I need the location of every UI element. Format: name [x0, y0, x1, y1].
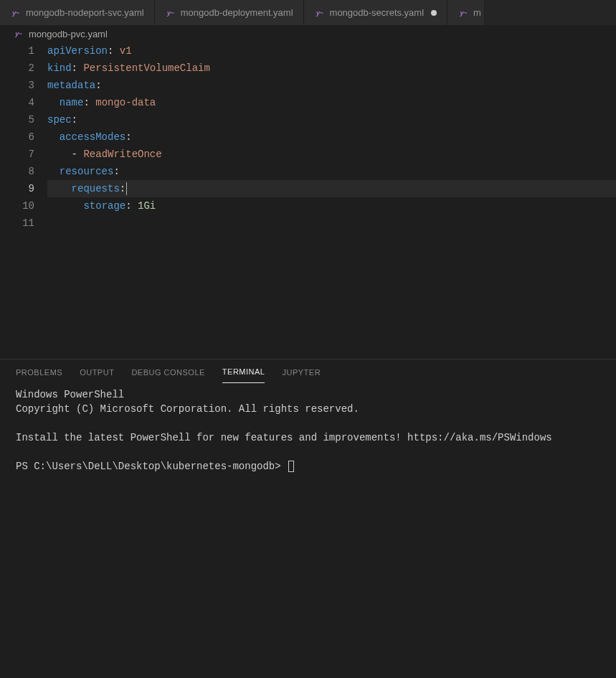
panel-tab-terminal[interactable]: TERMINAL [222, 361, 265, 383]
line-number: 5 [0, 111, 34, 128]
yaml-icon: y~ [13, 29, 24, 38]
tab-label: mongodb-secrets.yaml [330, 7, 425, 18]
editor-tab-bar: y~ mongodb-nodeport-svc.yaml y~ mongodb-… [0, 0, 616, 25]
editor-tab[interactable]: y~ mongodb-deployment.yaml [155, 0, 304, 25]
line-number: 8 [0, 163, 34, 180]
editor-tab[interactable]: y~ m [447, 0, 485, 25]
code-editor[interactable]: 1 2 3 4 5 6 7 8 9 10 11 apiVersion: v1 k… [0, 42, 616, 232]
line-number: 4 [0, 94, 34, 111]
line-number: 10 [0, 197, 34, 215]
editor-tab[interactable]: y~ mongodb-nodeport-svc.yaml [0, 0, 155, 25]
panel-tab-output[interactable]: OUTPUT [80, 362, 114, 383]
line-number: 6 [0, 128, 34, 146]
tab-label: mongodb-nodeport-svc.yaml [26, 7, 144, 18]
terminal-line: Install the latest PowerShell for new fe… [16, 432, 552, 443]
bottom-panel: PROBLEMS OUTPUT DEBUG CONSOLE TERMINAL J… [0, 359, 616, 678]
line-number: 7 [0, 146, 34, 163]
terminal-prompt: PS C:\Users\DeLL\Desktop\kubernetes-mong… [16, 461, 287, 472]
editor-tab[interactable]: y~ mongodb-secrets.yaml [304, 0, 448, 25]
line-number: 9 [0, 180, 34, 197]
code-content[interactable]: apiVersion: v1 kind: PersistentVolumeCla… [47, 42, 616, 232]
line-number-gutter: 1 2 3 4 5 6 7 8 9 10 11 [0, 42, 47, 232]
panel-tab-bar: PROBLEMS OUTPUT DEBUG CONSOLE TERMINAL J… [0, 359, 616, 385]
editor-empty-space[interactable] [0, 232, 616, 359]
yaml-icon: y~ [314, 9, 326, 17]
breadcrumb[interactable]: y~ mongodb-pvc.yaml [0, 25, 616, 42]
terminal-line: Windows PowerShell [16, 389, 124, 400]
terminal-output[interactable]: Windows PowerShell Copyright (C) Microso… [0, 385, 616, 476]
terminal-line: Copyright (C) Microsoft Corporation. All… [16, 403, 359, 415]
yaml-icon: y~ [458, 9, 469, 17]
yaml-icon: y~ [10, 9, 22, 17]
tab-label: m [473, 7, 481, 18]
line-number: 3 [0, 77, 34, 94]
panel-tab-problems[interactable]: PROBLEMS [16, 362, 62, 383]
yaml-icon: y~ [165, 9, 176, 17]
tab-label: mongodb-deployment.yaml [181, 7, 293, 18]
panel-tab-debug[interactable]: DEBUG CONSOLE [131, 362, 204, 383]
panel-tab-jupyter[interactable]: JUPYTER [282, 362, 321, 383]
line-number: 1 [0, 42, 34, 60]
terminal-cursor [288, 461, 294, 472]
line-number: 2 [0, 60, 34, 77]
line-number: 11 [0, 215, 34, 232]
breadcrumb-file: mongodb-pvc.yaml [29, 29, 108, 39]
editor-cursor [126, 182, 127, 195]
